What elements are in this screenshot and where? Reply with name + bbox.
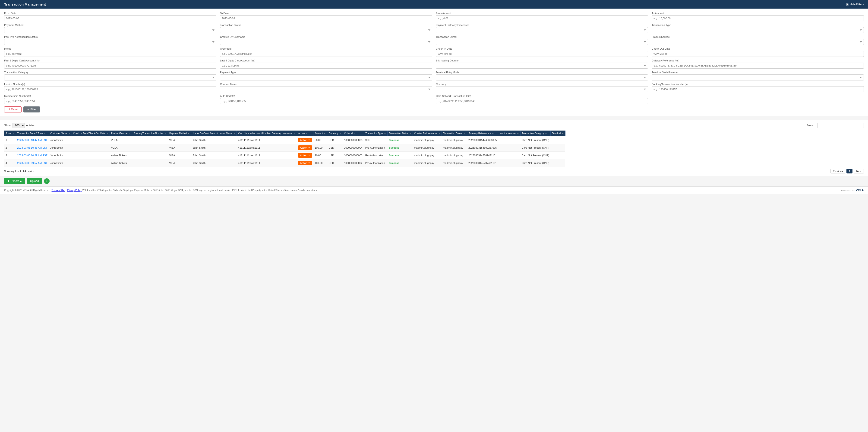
add-button[interactable]: +	[44, 178, 50, 184]
status-badge: Success	[389, 162, 399, 165]
cell-datetime: 2023-03-03 10:29 AM EST	[16, 152, 49, 159]
transaction-category-label: Transaction Category	[4, 71, 216, 74]
action-caret-icon: ▼	[308, 154, 310, 156]
col-currency: Currency ⇅	[327, 131, 343, 136]
terminal-serial-select[interactable]	[652, 75, 864, 81]
terminal-entry-group: Terminal Entry Mode	[436, 71, 648, 81]
card-network-group: Card Network Transaction Id(s)	[436, 95, 648, 104]
pagination: Previous 1 Next	[831, 169, 864, 173]
reset-icon: ↺	[8, 108, 10, 111]
bin-country-select[interactable]	[436, 63, 648, 69]
upload-button[interactable]: Upload	[27, 178, 42, 184]
transaction-status-select[interactable]	[220, 27, 432, 33]
membership-input[interactable]	[4, 98, 216, 104]
payment-type-select[interactable]	[220, 75, 432, 81]
col-payment-method: Payment Method ⇅	[168, 131, 191, 136]
cell-created-by: madmin.plugnpay	[412, 152, 441, 159]
search-input[interactable]	[817, 123, 864, 128]
product-service-label: Product/Service	[652, 35, 864, 38]
cell-customer: John Smith	[49, 144, 72, 152]
terminal-entry-select[interactable]	[436, 75, 648, 81]
cell-transaction-owner: madmin.plugnpay	[441, 152, 467, 159]
payment-gateway-group: Payment Gateway/Processor	[436, 24, 648, 33]
col-terminal: Terminal ⇅	[551, 131, 565, 136]
cell-product: Airline Tickets	[110, 159, 132, 167]
card-network-input[interactable]	[436, 98, 648, 104]
gateway-ref-input[interactable]	[652, 63, 864, 69]
cell-datetime: 2023-03-03 09:57 AM EST	[16, 159, 49, 167]
filter-funnel-icon: ▼	[27, 108, 29, 111]
cell-transaction-status: Success	[388, 144, 413, 152]
cell-name-on-card: John Smith	[191, 152, 237, 159]
order-ids-input[interactable]	[220, 51, 432, 57]
privacy-link[interactable]: Privacy Policy	[67, 189, 82, 192]
cell-action: Action ▼	[297, 144, 313, 152]
payment-method-select[interactable]	[4, 27, 216, 33]
cell-booking	[132, 136, 168, 144]
payment-gateway-select[interactable]	[436, 27, 648, 33]
from-date-input[interactable]	[4, 15, 216, 21]
product-service-select[interactable]	[652, 39, 864, 45]
empty-group	[652, 95, 864, 104]
cell-booking	[132, 159, 168, 167]
showing-entries: Showing 1 to 4 of 4 entries	[4, 170, 34, 173]
currency-select[interactable]	[436, 86, 648, 92]
show-entries-select[interactable]: 200 10 25 50 100	[12, 123, 25, 128]
cell-category: Card Not Present (CNP)	[520, 159, 551, 167]
to-date-input[interactable]	[220, 15, 432, 21]
next-button[interactable]: Next	[854, 169, 864, 173]
post-pre-auth-select[interactable]	[4, 39, 216, 45]
vela-logo: POWERED BY VELA	[841, 189, 864, 192]
to-amount-input[interactable]	[652, 15, 864, 21]
memo-input[interactable]	[4, 51, 216, 57]
first8-input[interactable]	[4, 63, 216, 69]
col-invoice: Invoice Number ⇅	[498, 131, 520, 136]
checkin-date-input[interactable]	[436, 51, 648, 57]
col-sno: S.No. ⇅	[4, 131, 16, 136]
channel-name-select[interactable]	[220, 86, 432, 92]
export-button[interactable]: ⬆ Export ▶	[4, 178, 25, 184]
cell-sno: 2	[4, 144, 16, 152]
membership-label: Membership Number(s)	[4, 95, 216, 97]
booking-number-input[interactable]	[652, 86, 864, 92]
col-card-number: Card Number/ Account Number/ Gateway Use…	[237, 131, 297, 136]
reset-button[interactable]: ↺ Reset	[4, 107, 22, 112]
transaction-category-select[interactable]	[4, 75, 216, 81]
last4-input[interactable]	[220, 63, 432, 69]
action-button[interactable]: Action ▼	[298, 153, 312, 158]
page-1-button[interactable]: 1	[846, 169, 852, 173]
export-icon: ⬆	[7, 179, 10, 183]
hide-filters-button[interactable]: ▣ Hide Filters	[846, 3, 864, 6]
cell-transaction-status: Success	[388, 159, 413, 167]
cell-card-number: 41111111xxxx1111	[237, 136, 297, 144]
from-date-label: From Date	[4, 12, 216, 15]
cell-action: Action ▼	[297, 136, 313, 144]
cell-payment-method: VISA	[168, 136, 191, 144]
action-caret-icon: ▼	[308, 139, 310, 141]
action-button[interactable]: Action ▼	[298, 138, 312, 142]
cell-product: Airline Tickets	[110, 152, 132, 159]
order-ids-group: Order Id(s)	[220, 47, 432, 57]
action-button[interactable]: Action ▼	[298, 161, 312, 165]
action-button[interactable]: Action ▼	[298, 145, 312, 150]
post-pre-auth-label: Post Pre-Authorization Status	[4, 35, 216, 38]
checkout-date-input[interactable]	[652, 51, 864, 57]
cell-category: Card Not Present (CNP)	[520, 136, 551, 144]
table-row: 1 2023-03-03 10:47 AM EST John Smith VEL…	[4, 136, 565, 144]
transaction-type-select[interactable]	[652, 27, 864, 33]
auth-codes-input[interactable]	[220, 98, 432, 104]
filter-row-6: Transaction Category Payment Type Termin…	[4, 71, 864, 81]
from-amount-label: From Amount	[436, 12, 648, 15]
filter-button[interactable]: ▼ Filter	[23, 107, 40, 112]
transaction-owner-select[interactable]	[436, 39, 648, 45]
prev-button[interactable]: Previous	[831, 169, 845, 173]
invoice-numbers-input[interactable]	[4, 86, 216, 92]
created-by-select[interactable]	[220, 39, 432, 45]
filter-row-3: Post Pre-Authorization Status Created By…	[4, 35, 864, 45]
terms-link[interactable]: Terms of Use	[52, 189, 65, 192]
checkout-date-group: Check-Out Date	[652, 47, 864, 57]
cell-terminal	[551, 159, 565, 167]
from-amount-input[interactable]	[436, 15, 648, 21]
transaction-type-group: Transaction Type	[652, 24, 864, 33]
action-caret-icon: ▼	[308, 147, 310, 149]
